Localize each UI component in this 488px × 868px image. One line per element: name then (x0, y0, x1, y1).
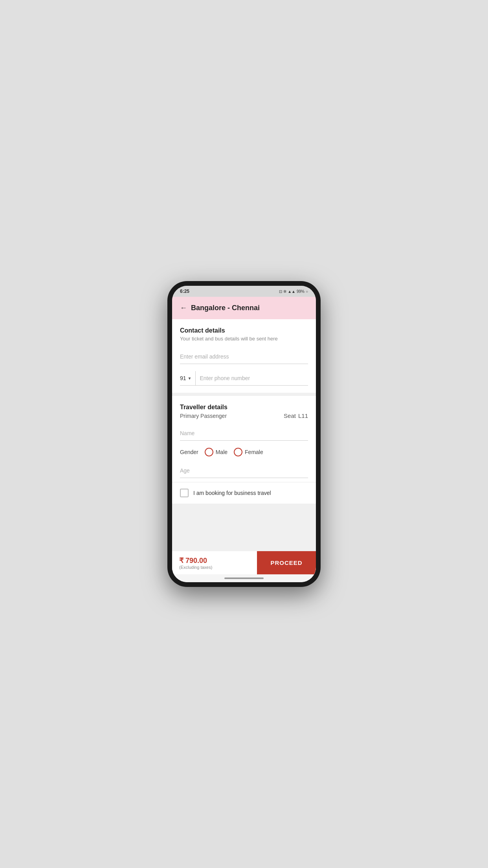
app-header: ← Bangalore - Chennai (172, 297, 316, 319)
price-value: 790.00 (185, 557, 207, 565)
gender-row: Gender Male Female (180, 448, 308, 456)
contact-section-title: Contact details (180, 327, 308, 334)
page-title: Bangalore - Chennai (191, 304, 260, 312)
back-button[interactable]: ← (180, 304, 187, 312)
content-area: Contact details Your ticket and bus deta… (172, 319, 316, 574)
traveller-details-section: Traveller details Primary Passenger Seat… (172, 396, 316, 482)
country-code-value: 91 (180, 375, 186, 381)
bluetooth-icon: ✲ (283, 289, 286, 294)
contact-details-section: Contact details Your ticket and bus deta… (172, 319, 316, 386)
business-travel-section: I am booking for business travel (172, 482, 316, 504)
wifi-icon: ⊡ (279, 289, 282, 294)
bottom-bar: ₹ 790.00 (Excluding taxes) PROCEED (172, 551, 316, 574)
phone-screen: 6:25 ⊡ ✲ ▲▲ 99% ○ ← Bangalore - Chennai … (172, 286, 316, 582)
signal-icon: ▲▲ (288, 289, 295, 294)
business-travel-row: I am booking for business travel (180, 489, 308, 497)
battery-icon: ○ (306, 289, 308, 294)
country-code-selector[interactable]: 91 ▼ (180, 371, 196, 385)
section-divider (172, 393, 316, 396)
age-input[interactable] (180, 463, 308, 478)
seat-number: L11 (298, 412, 308, 419)
proceed-button[interactable]: PROCEED (257, 551, 316, 574)
email-input[interactable] (180, 349, 308, 364)
phone-row: 91 ▼ (180, 371, 308, 386)
male-radio[interactable]: Male (205, 448, 227, 456)
female-radio[interactable]: Female (234, 448, 263, 456)
seat-info: Seat L11 (284, 412, 308, 419)
gray-area (172, 504, 316, 551)
business-travel-label: I am booking for business travel (193, 490, 271, 496)
name-input[interactable] (180, 426, 308, 441)
battery-label: 99% (297, 289, 305, 294)
price-note: (Excluding taxes) (179, 565, 250, 570)
passenger-row: Primary Passenger Seat L11 (180, 412, 308, 419)
phone-input[interactable] (200, 371, 308, 385)
traveller-section-title: Traveller details (180, 404, 308, 411)
seat-label: Seat (284, 412, 296, 419)
status-time: 6:25 (180, 289, 189, 294)
passenger-label: Primary Passenger (180, 413, 227, 419)
female-radio-circle (234, 448, 242, 456)
home-bar (224, 577, 264, 579)
home-indicator (172, 574, 316, 582)
currency-symbol: ₹ (179, 557, 183, 565)
female-label: Female (245, 449, 263, 455)
male-label: Male (216, 449, 227, 455)
price-section: ₹ 790.00 (Excluding taxes) (172, 551, 257, 574)
status-bar: 6:25 ⊡ ✲ ▲▲ 99% ○ (172, 286, 316, 297)
price-amount: ₹ 790.00 (179, 556, 250, 565)
business-travel-checkbox[interactable] (180, 489, 189, 497)
contact-section-subtitle: Your ticket and bus details will be sent… (180, 336, 308, 342)
status-icons: ⊡ ✲ ▲▲ 99% ○ (279, 289, 308, 294)
gender-label: Gender (180, 449, 198, 455)
male-radio-circle (205, 448, 213, 456)
dropdown-arrow-icon: ▼ (188, 376, 192, 381)
phone-frame: 6:25 ⊡ ✲ ▲▲ 99% ○ ← Bangalore - Chennai … (167, 281, 321, 587)
